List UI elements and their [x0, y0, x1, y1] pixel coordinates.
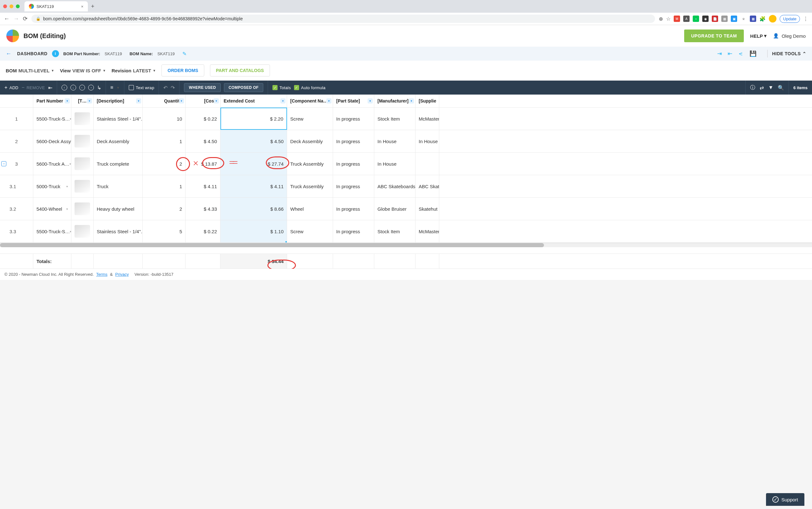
cell-quantity[interactable]: 2 [143, 152, 185, 175]
column-header-part-state[interactable]: [Part State]▼ [333, 95, 374, 107]
filter-icon[interactable]: ▼ [326, 98, 331, 103]
cell-part-number[interactable]: 5000-Truck▾ [33, 175, 71, 197]
info-icon[interactable]: i [52, 50, 59, 57]
order-boms-button[interactable]: ORDER BOMS [162, 64, 204, 76]
url-input[interactable]: 🔒 bom.openbom.com/spreadsheet/bom/0bdc56… [31, 14, 655, 23]
cell-description[interactable]: Truck [94, 175, 143, 197]
add-row-button[interactable]: + ADD [4, 85, 19, 91]
cell-supplier[interactable]: In House [416, 130, 439, 152]
filter-icon[interactable]: ▼ [65, 98, 70, 103]
zoom-icon[interactable]: ⊕ [659, 16, 663, 22]
bookmark-icon[interactable]: ☆ [666, 16, 671, 22]
cell-part-state[interactable]: In progress [333, 152, 374, 175]
cell-extended-cost[interactable]: $ 4.11 [220, 175, 287, 197]
filter-icon[interactable]: ▼ [214, 98, 219, 103]
cell-quantity[interactable]: 5 [143, 220, 185, 242]
cell-quantity[interactable]: 2 [143, 198, 185, 220]
dropdown-chevron-icon[interactable]: ▾ [66, 207, 68, 211]
cell-supplier[interactable]: Skatehut [416, 198, 439, 220]
cell-part-number[interactable]: 5500-Truck-S…▾ [33, 108, 71, 130]
cell-thumbnail[interactable] [71, 175, 94, 197]
ext-icon-4[interactable]: ◉ [702, 15, 709, 22]
column-header-component-name[interactable]: [Component Na…]▼ [287, 95, 333, 107]
extensions-icon[interactable]: 🧩 [760, 16, 766, 22]
cell-part-state[interactable]: In progress [333, 130, 374, 152]
cell-part-number[interactable]: 5400-Wheel▾ [33, 198, 71, 220]
window-maximize[interactable] [16, 4, 20, 8]
totals-toggle[interactable]: ✓ Totals [273, 85, 291, 90]
cell-cost[interactable]: $ 0.22 [185, 108, 220, 130]
tab-close-icon[interactable]: × [81, 4, 83, 9]
cell-thumbnail[interactable] [71, 198, 94, 220]
terms-link[interactable]: Terms [96, 272, 107, 277]
cell-manufacturer[interactable]: ABC Skateboards [374, 175, 416, 197]
save-icon[interactable]: 💾 [749, 50, 756, 57]
cell-description[interactable]: Stainless Steel - 1/4"… [94, 108, 143, 130]
column-header-extended-cost[interactable]: Extended Cost▼ [220, 95, 287, 107]
cell-extended-cost[interactable]: $ 2.20 [220, 108, 287, 130]
redo-icon[interactable]: ↷ [171, 85, 175, 91]
filter-icon[interactable]: ▼ [409, 98, 414, 103]
bom-type-dropdown[interactable]: BOM MULTI-LEVEL ▼ [6, 68, 54, 73]
ext-icon-7[interactable]: ▣ [731, 15, 737, 22]
cell-thumbnail[interactable] [71, 152, 94, 175]
selection-handle[interactable] [285, 241, 287, 242]
browser-tab[interactable]: SKAT119 × [25, 1, 88, 11]
cell-thumbnail[interactable] [71, 108, 94, 130]
browser-update-button[interactable]: Update [780, 15, 800, 23]
arrow-down-icon[interactable]: ↓ [70, 85, 76, 91]
return-icon[interactable]: ↳ [97, 85, 101, 91]
cell-part-state[interactable]: In progress [333, 220, 374, 242]
privacy-link[interactable]: Privacy [115, 272, 129, 277]
column-header-quantity[interactable]: Quantity▼ [143, 95, 185, 107]
column-header-description[interactable]: [Description]▼ [94, 95, 143, 107]
cell-component-name[interactable]: Deck Assembly [287, 130, 333, 152]
column-header-cost[interactable]: [Cost]▼ [185, 95, 220, 107]
gmail-ext-icon[interactable]: M [674, 15, 680, 22]
hide-tools-toggle[interactable]: HIDE TOOLS ⌃ [772, 51, 806, 56]
cell-part-number[interactable]: 5600-Truck A…▾ [33, 152, 71, 175]
filter-icon[interactable]: ▼ [136, 98, 141, 103]
filter-icon[interactable]: ▼ [87, 98, 92, 103]
cell-supplier[interactable]: McMaster [416, 220, 439, 242]
cell-description[interactable]: Truck complete [94, 152, 143, 175]
ext-icon-8[interactable]: ※ [740, 15, 747, 22]
dashboard-link[interactable]: DASHBOARD [17, 51, 47, 56]
cell-part-state[interactable]: In progress [333, 175, 374, 197]
auto-formula-toggle[interactable]: ✓ Auto formula [294, 85, 325, 90]
cell-quantity[interactable]: 10 [143, 108, 185, 130]
cell-thumbnail[interactable] [71, 130, 94, 152]
cell-component-name[interactable]: Truck Assembly [287, 175, 333, 197]
swap-icon[interactable]: ⇄ [760, 85, 764, 91]
cell-thumbnail[interactable] [71, 220, 94, 242]
cell-part-state[interactable]: In progress [333, 198, 374, 220]
filter-icon[interactable]: ▼ [179, 98, 184, 103]
search-icon[interactable]: 🔍 [778, 85, 784, 91]
cell-supplier[interactable]: ABC Skat [416, 175, 439, 197]
share-icon[interactable]: ⪪ [738, 50, 744, 57]
new-tab-button[interactable]: + [91, 3, 95, 10]
user-menu[interactable]: 👤 Oleg Demo [773, 33, 806, 39]
help-menu[interactable]: HELP ▾ [750, 33, 767, 39]
parts-catalogs-button[interactable]: PART AND CATALOGS [210, 64, 270, 76]
where-used-button[interactable]: WHERE USED [184, 83, 220, 92]
table-row[interactable]: 3.2 5400-Wheel▾ Heavy duty wheel 2 $ 4.3… [0, 198, 812, 220]
column-header-thumbnail[interactable]: [T…▼ [71, 95, 94, 107]
cell-cost[interactable]: $ 4.50 [185, 130, 220, 152]
cell-cost[interactable]: $ 4.33 [185, 198, 220, 220]
browser-menu-icon[interactable]: ⋮ [803, 16, 808, 22]
filter-icon[interactable]: ▼ [280, 98, 285, 103]
cell-extended-cost[interactable]: $ 4.50 [220, 130, 287, 152]
view-dropdown[interactable]: View VIEW IS OFF ▼ [60, 68, 106, 73]
table-row[interactable]: 3.1 5000-Truck▾ Truck 1 $ 4.11 $ 4.11 Tr… [0, 175, 812, 198]
back-arrow-icon[interactable]: ← [6, 50, 11, 57]
undo-icon[interactable]: ↶ [163, 85, 168, 91]
column-header-supplier[interactable]: [Supplie [416, 95, 439, 107]
upgrade-button[interactable]: UPGRADE TO TEAM [684, 30, 744, 42]
column-header-manufacturer[interactable]: [Manufacturer]▼ [374, 95, 416, 107]
cell-component-name[interactable]: Truck Assembly [287, 152, 333, 175]
cell-supplier[interactable] [416, 152, 439, 175]
cell-part-number[interactable]: 5500-Truck-S…▾ [33, 220, 71, 242]
cell-quantity[interactable]: 1 [143, 175, 185, 197]
ext-icon-6[interactable]: ▦ [721, 15, 728, 22]
